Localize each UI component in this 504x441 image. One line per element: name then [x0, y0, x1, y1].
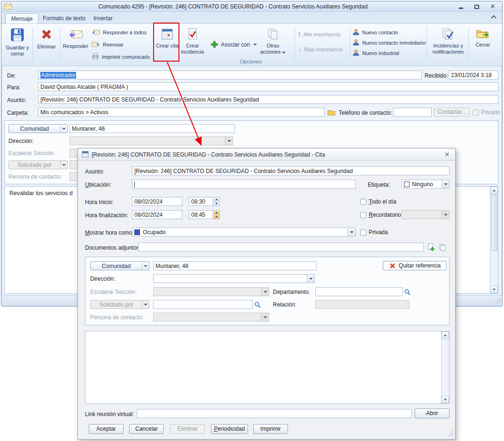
notes-scrollbar[interactable]: [441, 331, 449, 403]
close-ribbon-button[interactable]: Cerrar: [470, 25, 496, 62]
delete-button[interactable]: Eliminar: [34, 25, 59, 62]
create-appointment-button[interactable]: Crear cita: [156, 25, 178, 62]
create-incident-button[interactable]: Crear incidencia: [180, 25, 205, 62]
relation-field[interactable]: [315, 300, 410, 309]
copy-attachment-button[interactable]: [438, 243, 447, 252]
calendar-icon: [161, 28, 173, 41]
scroll-up-button[interactable]: [490, 187, 498, 194]
relation-label: Relación:: [273, 301, 296, 308]
department-field[interactable]: [315, 287, 403, 296]
reply-button[interactable]: Responder: [62, 25, 89, 62]
forward-icon: [92, 41, 100, 48]
private-checkbox[interactable]: Privado: [473, 109, 500, 116]
spinner-buttons[interactable]: [213, 211, 219, 219]
cancel-button[interactable]: Cancelar: [129, 424, 164, 434]
dialog-close-button[interactable]: ✕: [443, 151, 451, 158]
subject-field[interactable]: [Revisión: 246] CONTRATO DE SEGURIDAD - …: [132, 166, 450, 175]
scroll-thumb[interactable]: [491, 195, 497, 251]
spin-up-icon[interactable]: [213, 197, 219, 202]
tag-combo[interactable]: Ninguno: [402, 180, 450, 189]
add-attachment-button[interactable]: [426, 243, 436, 252]
attachments-field[interactable]: [138, 243, 424, 252]
save-and-close-button[interactable]: Guardar y cerrar: [4, 25, 31, 62]
stair-section-combo[interactable]: [153, 287, 269, 296]
requested-by-split-button[interactable]: Solicitado por: [90, 300, 149, 309]
subject-label: Asunto:: [7, 97, 26, 103]
address-combo[interactable]: [153, 274, 315, 283]
chevron-down-icon: [261, 288, 269, 296]
close-button[interactable]: ✕: [489, 3, 496, 10]
community-split-button[interactable]: Comunidad: [8, 124, 68, 133]
reply-all-button[interactable]: Responder a todos: [92, 28, 147, 37]
location-field[interactable]: [132, 180, 356, 189]
low-importance-button[interactable]: ↓ Baja importancia: [298, 45, 342, 54]
tab-mensaje[interactable]: Mensaje: [5, 13, 39, 24]
associate-with-button[interactable]: Asociar con: [211, 39, 257, 50]
incidents-notifications-label: Incidencias y notificaciones: [429, 43, 467, 55]
checkbox-box: [360, 229, 366, 236]
contact-person-combo[interactable]: [153, 313, 269, 322]
reminder-combo[interactable]: [402, 210, 450, 219]
spin-down-icon[interactable]: [213, 215, 219, 219]
accept-button[interactable]: Aceptar: [89, 424, 124, 434]
spin-down-icon[interactable]: [213, 202, 219, 205]
forward-button[interactable]: Reenviar: [92, 40, 124, 49]
new-industrial-button[interactable]: Nuevo industrial: [353, 48, 399, 58]
start-time-spinner[interactable]: 08:30: [189, 197, 220, 206]
reminder-checkbox[interactable]: Recordatorio: [360, 212, 401, 218]
reply-all-icon: [92, 29, 100, 36]
minimize-button[interactable]: [457, 3, 465, 10]
other-actions-button[interactable]: Otras acciones: [257, 25, 288, 62]
folder-field[interactable]: Mis comunicados > Activos: [38, 108, 325, 117]
department-search-button[interactable]: [403, 287, 411, 296]
resize-grip[interactable]: [448, 431, 454, 438]
print-comunicado-button[interactable]: Imprimir comunicado: [92, 52, 150, 62]
collapse-ribbon-icon[interactable]: [491, 15, 496, 20]
document-check-icon: [187, 28, 198, 41]
new-contact-label: Nuevo contacto: [362, 30, 398, 35]
incidents-notifications-button[interactable]: Incidencias y notificaciones: [429, 25, 467, 62]
all-day-checkbox[interactable]: Todo el día: [360, 198, 396, 205]
spinner-buttons[interactable]: [213, 197, 219, 205]
maximize-button[interactable]: [473, 3, 481, 10]
show-as-combo[interactable]: Ocupado: [132, 228, 356, 236]
scroll-down-button[interactable]: [442, 396, 449, 403]
community-field[interactable]: Muntaner, 46: [153, 261, 317, 270]
new-contact-realestate-button[interactable]: Nuevo contacto inmobiliario: [353, 38, 426, 47]
requested-by-split-button[interactable]: Solicitado por: [8, 160, 68, 169]
high-importance-button[interactable]: ! Alta importancia: [298, 30, 341, 39]
tab-formato-de-texto[interactable]: Formato de texto: [37, 13, 91, 24]
requested-by-field[interactable]: [153, 300, 253, 309]
end-time-spinner[interactable]: 08:45: [189, 210, 220, 219]
resize-grip[interactable]: [495, 298, 501, 305]
requested-by-search-button[interactable]: [253, 300, 262, 309]
received-field[interactable]: 23/01/2024 3:18: [449, 71, 498, 79]
end-date-combo[interactable]: 08/02/2024: [132, 210, 182, 219]
contact-button[interactable]: Contactar...: [434, 108, 470, 117]
scroll-up-button[interactable]: [442, 331, 449, 339]
requested-by-button-label: Solicitado por: [91, 300, 142, 308]
subject-field[interactable]: [Revisión: 246] CONTRATO DE SEGURIDAD - …: [38, 95, 498, 104]
open-link-button[interactable]: Abrir: [415, 409, 450, 418]
tab-insertar[interactable]: Insertar: [88, 13, 118, 24]
from-field[interactable]: Administrador: [38, 71, 422, 79]
remove-reference-button[interactable]: Quitar referencia: [383, 261, 447, 270]
spin-up-icon[interactable]: [213, 211, 219, 215]
phone-field[interactable]: [393, 108, 432, 117]
scroll-down-button[interactable]: [490, 286, 498, 293]
community-split-button[interactable]: Comunidad: [90, 261, 149, 270]
address-combo[interactable]: [70, 136, 233, 145]
private-checkbox[interactable]: Privada: [360, 229, 388, 236]
print-button[interactable]: Imprimir: [253, 424, 288, 434]
to-field[interactable]: David Quintas Alcalde ( PRAGMA ): [38, 82, 498, 91]
body-scrollbar[interactable]: [490, 187, 498, 293]
folder-picker-button[interactable]: [326, 108, 336, 117]
community-field[interactable]: Muntaner, 46: [70, 124, 235, 133]
start-date-combo[interactable]: 08/02/2024: [132, 197, 182, 206]
delete-button[interactable]: Eliminar: [170, 424, 205, 434]
new-contact-button[interactable]: Nuevo contacto: [353, 28, 398, 37]
notes-textarea[interactable]: [85, 331, 450, 404]
separator: [468, 27, 469, 60]
virtual-link-field[interactable]: [137, 409, 412, 418]
recurrence-button[interactable]: Periodicidad: [211, 424, 248, 434]
